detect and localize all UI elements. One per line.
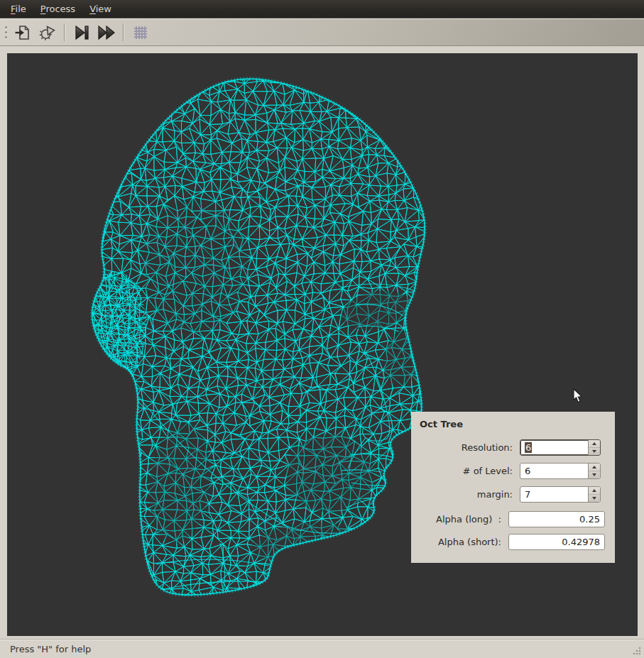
fast-forward-button[interactable] [94, 21, 119, 44]
fast-forward-icon [96, 23, 117, 43]
margin-value: 7 [525, 489, 530, 500]
alpha-long-value: 0.25 [579, 514, 600, 525]
menu-file-label: ile [16, 4, 26, 14]
toolbar-separator [64, 23, 65, 41]
resolution-row: Resolution: 6 [420, 439, 605, 456]
import-mesh-button[interactable] [10, 21, 35, 44]
menu-bar: File Process View [0, 0, 644, 18]
alpha-short-field[interactable]: 0.42978 [508, 534, 605, 550]
status-bar: Press "H" for help [0, 639, 644, 658]
alpha-long-field[interactable]: 0.25 [508, 511, 605, 527]
toolbar [0, 18, 644, 46]
level-row: # of Level: 6 [420, 463, 605, 479]
oct-tree-panel: Oct Tree Resolution: 6 # of Level: 6 [411, 412, 615, 563]
margin-entry[interactable]: 7 [520, 487, 588, 502]
alpha-short-label: Alpha (short): [438, 537, 501, 547]
menu-view-label: iew [96, 4, 111, 14]
toolbar-grip[interactable] [1, 23, 10, 43]
spin-down-button[interactable] [589, 448, 600, 455]
up-arrow-icon [592, 489, 596, 492]
alpha-short-row: Alpha (short): 0.42978 [420, 534, 605, 550]
menu-process[interactable]: Process [33, 0, 82, 18]
alpha-long-label: Alpha (long) : [436, 514, 501, 525]
level-value: 6 [525, 466, 530, 476]
level-spinbox[interactable]: 6 [520, 463, 601, 479]
status-text: Press "H" for help [10, 644, 91, 654]
margin-spin-buttons [588, 487, 600, 502]
down-arrow-icon [592, 497, 596, 500]
spin-up-button[interactable] [589, 440, 600, 448]
resize-grip[interactable] [631, 645, 642, 656]
panel-title: Oct Tree [420, 419, 605, 432]
step-forward-icon [72, 23, 92, 43]
menu-view-mnemonic: V [89, 4, 96, 14]
margin-row: margin: 7 [420, 486, 605, 503]
down-arrow-icon [592, 473, 596, 476]
down-arrow-icon [592, 450, 596, 453]
spin-up-button[interactable] [589, 487, 600, 495]
spin-down-button[interactable] [589, 495, 600, 502]
level-entry[interactable]: 6 [520, 464, 588, 478]
resolution-entry[interactable]: 6 [520, 440, 588, 455]
alpha-long-row: Alpha (long) : 0.25 [420, 511, 605, 527]
resolution-spinbox[interactable]: 6 [520, 439, 601, 456]
up-arrow-icon [592, 442, 596, 445]
toolbar-separator [123, 23, 124, 41]
menu-file[interactable]: File [4, 0, 33, 18]
spin-up-button[interactable] [589, 464, 600, 471]
up-arrow-icon [592, 466, 596, 468]
resolution-spin-buttons [588, 440, 600, 455]
resolution-label: Resolution: [462, 442, 513, 453]
menu-view[interactable]: View [82, 0, 119, 18]
step-forward-button[interactable] [69, 21, 94, 44]
margin-spinbox[interactable]: 7 [520, 486, 601, 503]
import-mesh-icon [13, 23, 32, 42]
menu-process-label: rocess [45, 4, 75, 14]
alpha-short-value: 0.42978 [562, 537, 600, 547]
level-label: # of Level: [463, 466, 513, 476]
process-button[interactable] [35, 21, 60, 44]
grid-button[interactable] [128, 21, 153, 44]
grid-icon [131, 23, 150, 42]
level-spin-buttons [588, 464, 600, 478]
process-icon [38, 23, 57, 42]
resolution-value: 6 [525, 442, 532, 453]
margin-label: margin: [477, 489, 513, 500]
application-window: File Process View [0, 0, 644, 658]
spin-down-button[interactable] [589, 471, 600, 478]
